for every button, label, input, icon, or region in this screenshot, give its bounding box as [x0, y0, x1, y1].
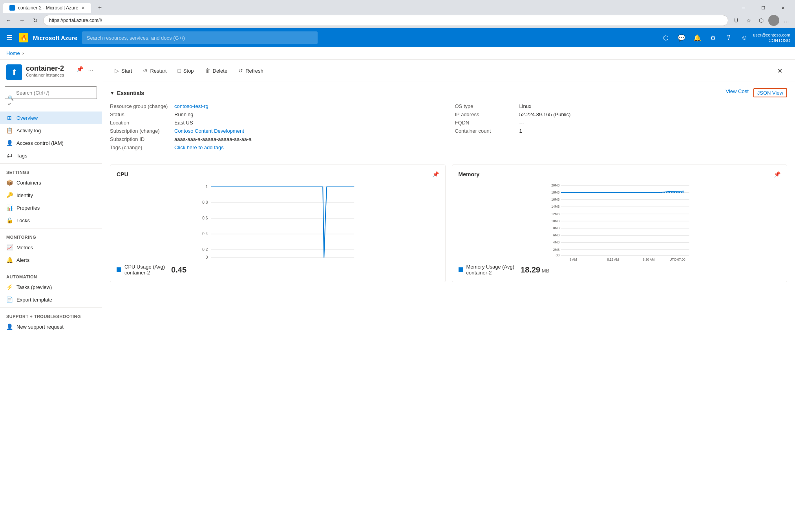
sidebar-item-activity-log[interactable]: 📋 Activity log	[0, 124, 102, 137]
sub-value-link[interactable]: Contoso Content Development	[174, 128, 244, 134]
help-icon[interactable]: ?	[722, 31, 736, 45]
sidebar-search-input[interactable]	[5, 86, 97, 99]
access-control-icon: 👤	[6, 140, 13, 146]
browser-toolbar: ← → ↻ https://portal.azure.com/# U ☆ ⬡ …	[0, 13, 795, 28]
essentials-key-sub-id: Subscription ID	[110, 136, 173, 142]
tags-icon: 🏷	[6, 152, 13, 159]
tab-close-button[interactable]: ✕	[81, 5, 85, 11]
sidebar-search-container: 🔍 «	[0, 85, 102, 112]
sidebar-item-new-support[interactable]: 👤 New support request	[0, 320, 102, 333]
cpu-chart-value-container: 0.45	[171, 265, 186, 274]
export-template-icon: 📄	[6, 296, 13, 303]
stop-icon: □	[177, 68, 181, 74]
collections-icon[interactable]: ⬡	[756, 15, 767, 26]
global-search-input[interactable]	[82, 31, 318, 44]
essentials-row-rg: Resource group (change) contoso-test-rg	[110, 102, 442, 110]
essentials-key-status: Status	[110, 112, 173, 117]
restore-button[interactable]: ☐	[754, 2, 772, 13]
resource-header: ⬆ container-2 Container instances 📌 …	[0, 60, 102, 85]
delete-icon: 🗑	[205, 68, 210, 74]
svg-text:0.6: 0.6	[202, 216, 208, 220]
new-tab-button[interactable]: +	[94, 2, 105, 13]
settings-icon[interactable]: ⚙	[706, 31, 720, 45]
sidebar-item-tasks[interactable]: ⚡ Tasks (preview)	[0, 281, 102, 293]
sidebar-item-properties[interactable]: 📊 Properties	[0, 201, 102, 214]
more-options-icon[interactable]: …	[781, 15, 792, 26]
sidebar-item-access-control[interactable]: 👤 Access control (IAM)	[0, 137, 102, 149]
sidebar-item-locks[interactable]: 🔒 Locks	[0, 214, 102, 227]
favorites-icon[interactable]: ☆	[743, 15, 754, 26]
refresh-label: Refresh	[245, 68, 263, 74]
memory-pin-icon[interactable]: 📌	[774, 171, 780, 177]
notifications-icon[interactable]: 🔔	[690, 31, 704, 45]
start-button[interactable]: ▷ Start	[110, 64, 137, 78]
memory-chart-value: 18.29	[521, 265, 540, 274]
svg-text:6MB: 6MB	[553, 234, 559, 237]
sidebar-item-metrics[interactable]: 📈 Metrics	[0, 241, 102, 254]
user-account-button[interactable]: user@contoso.com CONTOSO	[753, 32, 790, 44]
rg-change-link[interactable]: (change)	[148, 103, 168, 109]
new-support-icon: 👤	[6, 324, 13, 330]
essentials-value-subscription: Contoso Content Development	[174, 128, 244, 134]
memory-chart-area: 20MB 18MB 16MB 14MB 12MB 10MB 8MB 6MB 4M…	[459, 182, 781, 261]
memory-chart-footer: Memory Usage (Avg) container-2 18.29 MB	[459, 264, 781, 276]
overview-icon: ⊞	[6, 115, 13, 121]
user-profile-button[interactable]	[768, 15, 779, 26]
window-controls: ─ ☐ ✕	[735, 2, 792, 13]
smiley-icon[interactable]: ☺	[737, 31, 751, 45]
user-email: user@contoso.com	[753, 32, 790, 38]
essentials-value-sub-id: aaaa-aaa-a-aaaaa-aaaaa-aa-aa-a	[174, 136, 252, 142]
sidebar-item-overview[interactable]: ⊞ Overview	[0, 112, 102, 124]
add-tags-link[interactable]: Click here to add tags	[174, 144, 224, 150]
browser-tab[interactable]: container-2 - Microsoft Azure ✕	[3, 3, 91, 13]
back-button[interactable]: ←	[3, 15, 14, 26]
view-cost-link[interactable]: View Cost	[726, 88, 748, 97]
tab-favicon	[9, 5, 15, 11]
cpu-chart-value: 0.45	[171, 265, 186, 274]
content-toolbar: ▷ Start ↺ Restart □ Stop 🗑 Delete ↺ Refr…	[102, 60, 795, 82]
refresh-button[interactable]: ↺ Refresh	[234, 64, 268, 78]
delete-button[interactable]: 🗑 Delete	[200, 64, 232, 78]
essentials-value-container-count: 1	[519, 128, 522, 134]
address-bar[interactable]: https://portal.azure.com/#	[43, 15, 728, 26]
activity-log-icon: 📋	[6, 127, 13, 133]
resource-info: container-2 Container instances	[26, 64, 64, 77]
essentials-collapse-icon[interactable]: ▼	[110, 90, 115, 96]
cloud-shell-icon[interactable]: ⬡	[659, 31, 673, 45]
close-panel-button[interactable]: ✕	[773, 64, 787, 78]
sidebar-item-export-template[interactable]: 📄 Export template	[0, 293, 102, 306]
json-view-link[interactable]: JSON View	[753, 88, 787, 97]
svg-text:0.2: 0.2	[202, 247, 208, 252]
breadcrumb-home[interactable]: Home	[6, 50, 20, 56]
pin-resource-button[interactable]: 📌	[75, 64, 84, 74]
stop-button[interactable]: □ Stop	[173, 64, 198, 78]
tags-change-link[interactable]: (change)	[122, 144, 142, 150]
minimize-button[interactable]: ─	[735, 2, 753, 13]
sub-change-link[interactable]: (change)	[139, 128, 159, 134]
sidebar-item-tags[interactable]: 🏷 Tags	[0, 149, 102, 162]
rg-value-link[interactable]: contoso-test-rg	[174, 103, 208, 109]
restart-button[interactable]: ↺ Restart	[138, 64, 171, 78]
forward-button[interactable]: →	[16, 15, 27, 26]
resource-subtitle: Container instances	[26, 73, 64, 77]
sidebar-item-containers[interactable]: 📦 Containers	[0, 176, 102, 189]
sidebar-item-label-containers: Containers	[16, 180, 41, 186]
sidebar-toggle-icon[interactable]: ☰	[5, 32, 14, 44]
essentials-key-location: Location	[110, 120, 173, 126]
sidebar-item-identity[interactable]: 🔑 Identity	[0, 189, 102, 201]
essentials-section: ▼ Essentials View Cost JSON View Resourc…	[102, 82, 795, 158]
sidebar-item-alerts[interactable]: 🔔 Alerts	[0, 254, 102, 266]
more-resource-button[interactable]: …	[86, 64, 95, 74]
breadcrumb-sep: ›	[22, 50, 24, 56]
reload-button[interactable]: ↻	[30, 15, 41, 26]
cpu-pin-icon[interactable]: 📌	[432, 171, 439, 177]
alerts-icon: 🔔	[6, 257, 13, 263]
sidebar: ⬆ container-2 Container instances 📌 … 🔍 …	[0, 60, 102, 532]
essentials-key-ip: IP address	[455, 112, 518, 117]
nav-divider-4	[0, 307, 102, 308]
profile-icon[interactable]: U	[731, 15, 742, 26]
feedback-icon[interactable]: 💬	[674, 31, 689, 45]
cpu-chart-title: CPU	[117, 171, 128, 177]
close-button[interactable]: ✕	[774, 2, 792, 13]
svg-text:0: 0	[206, 255, 208, 260]
